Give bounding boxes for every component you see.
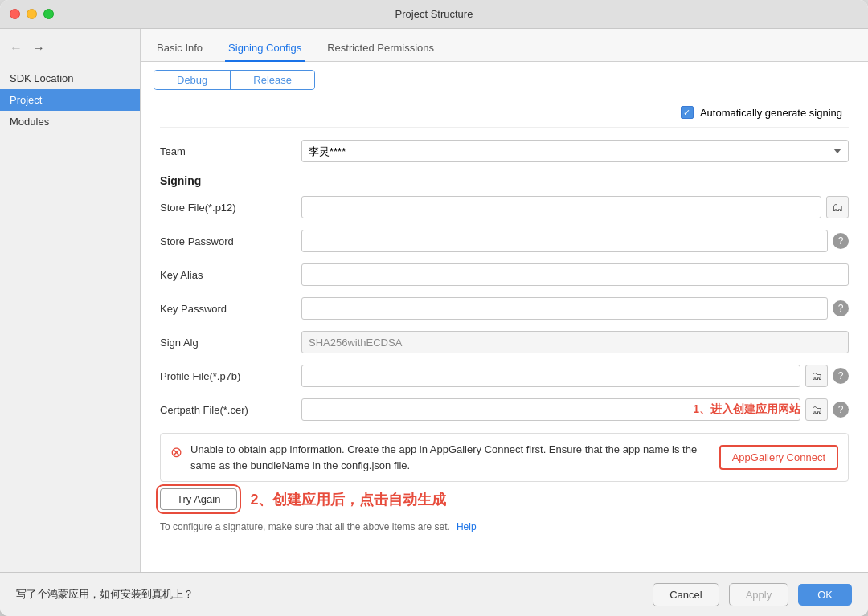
certpath-file-help-icon[interactable]: ? bbox=[833, 402, 849, 418]
content-panel: Basic Info Signing Configs Restricted Pe… bbox=[141, 29, 868, 572]
cancel-button[interactable]: Cancel bbox=[653, 583, 719, 606]
store-file-input[interactable] bbox=[301, 196, 821, 218]
tab-signing-configs[interactable]: Signing Configs bbox=[225, 37, 305, 62]
sidebar: ← → SDK Location Project Modules bbox=[0, 29, 141, 572]
close-button[interactable] bbox=[10, 9, 20, 19]
tab-restricted-permissions[interactable]: Restricted Permissions bbox=[324, 37, 437, 62]
key-alias-label: Key Alias bbox=[160, 269, 289, 281]
forward-arrow-icon[interactable]: → bbox=[29, 39, 48, 58]
error-icon: ⊗ bbox=[170, 443, 182, 461]
certpath-file-input[interactable] bbox=[301, 398, 800, 421]
key-alias-control bbox=[301, 263, 849, 286]
key-alias-row: Key Alias bbox=[160, 258, 849, 292]
store-file-control: 🗂 bbox=[301, 196, 849, 218]
profile-file-control: 🗂 ? bbox=[301, 365, 849, 387]
window-title: Project Structure bbox=[395, 8, 473, 20]
store-password-control: ? bbox=[301, 230, 849, 252]
help-link[interactable]: Help bbox=[457, 521, 477, 532]
store-password-row: Store Password ? bbox=[160, 224, 849, 258]
bottom-question: 写了个鸿蒙应用，如何安装到真机上？ bbox=[16, 587, 643, 602]
signing-section-header: Signing bbox=[160, 168, 849, 190]
profile-file-row: Profile File(*.p7b) 🗂 ? bbox=[160, 359, 849, 393]
sign-alg-control bbox=[301, 331, 849, 353]
sign-alg-label: Sign Alg bbox=[160, 337, 289, 349]
sidebar-item-project[interactable]: Project bbox=[0, 89, 140, 111]
ok-button[interactable]: OK bbox=[798, 584, 852, 606]
error-message: Unable to obtain app information. Create… bbox=[190, 442, 711, 473]
store-file-browse-button[interactable]: 🗂 bbox=[826, 196, 849, 218]
appgallery-connect-button[interactable]: AppGallery Connect bbox=[719, 445, 838, 470]
store-file-label: Store File(*.p12) bbox=[160, 202, 289, 214]
window-controls bbox=[10, 9, 54, 19]
back-arrow-icon[interactable]: ← bbox=[6, 39, 26, 58]
try-again-row: Try Again 2、创建应用后，点击自动生成 bbox=[160, 488, 849, 510]
tab-basic-info[interactable]: Basic Info bbox=[154, 37, 206, 62]
subtab-debug[interactable]: Debug bbox=[154, 71, 230, 89]
team-label: Team bbox=[160, 145, 289, 157]
apply-button[interactable]: Apply bbox=[729, 583, 789, 606]
store-file-row: Store File(*.p12) 🗂 bbox=[160, 190, 849, 224]
auto-generate-row: ✓ Automatically generate signing bbox=[160, 98, 849, 128]
minimize-button[interactable] bbox=[27, 9, 37, 19]
key-alias-input[interactable] bbox=[301, 263, 849, 286]
store-password-help-icon[interactable]: ? bbox=[833, 233, 849, 249]
team-row: Team 李灵**** bbox=[160, 134, 849, 168]
key-password-help-icon[interactable]: ? bbox=[833, 300, 849, 316]
subtab-group: Debug Release bbox=[154, 70, 315, 90]
project-structure-window: Project Structure ← → SDK Location Proje… bbox=[0, 0, 868, 616]
main-area: ← → SDK Location Project Modules Basic I… bbox=[0, 29, 868, 572]
team-select[interactable]: 李灵**** bbox=[301, 140, 849, 162]
key-password-input[interactable] bbox=[301, 297, 828, 320]
certpath-file-control: 🗂 ? bbox=[301, 398, 849, 421]
sign-alg-input bbox=[301, 331, 849, 353]
profile-file-input[interactable] bbox=[301, 365, 800, 387]
tabs-bar: Basic Info Signing Configs Restricted Pe… bbox=[141, 29, 868, 62]
error-area: ⊗ Unable to obtain app information. Crea… bbox=[160, 433, 849, 482]
certpath-file-row: Certpath File(*.cer) 🗂 ? 1、进入创建应用网站 bbox=[160, 393, 849, 426]
auto-generate-label: Automatically generate signing bbox=[700, 107, 842, 119]
bottom-bar: 写了个鸿蒙应用，如何安装到真机上？ Cancel Apply OK bbox=[0, 572, 868, 616]
profile-file-label: Profile File(*.p7b) bbox=[160, 370, 289, 382]
content-panel-inner: Basic Info Signing Configs Restricted Pe… bbox=[141, 29, 868, 572]
sidebar-item-sdk-location[interactable]: SDK Location bbox=[0, 67, 140, 89]
step2-annotation: 2、创建应用后，点击自动生成 bbox=[250, 490, 446, 509]
certpath-file-browse-button[interactable]: 🗂 bbox=[805, 398, 828, 421]
key-password-label: Key Password bbox=[160, 303, 289, 315]
store-password-input[interactable] bbox=[301, 230, 828, 252]
subtab-bar: Debug Release bbox=[141, 62, 868, 98]
try-again-button[interactable]: Try Again bbox=[160, 488, 237, 510]
team-control: 李灵**** bbox=[301, 140, 849, 162]
key-password-control: ? bbox=[301, 297, 849, 320]
subtab-release[interactable]: Release bbox=[230, 71, 314, 89]
profile-file-help-icon[interactable]: ? bbox=[833, 368, 849, 384]
auto-generate-checkbox[interactable]: ✓ bbox=[681, 106, 694, 119]
footer-info: To configure a signature, make sure that… bbox=[160, 516, 849, 537]
sidebar-item-modules[interactable]: Modules bbox=[0, 111, 140, 133]
maximize-button[interactable] bbox=[43, 9, 54, 19]
certpath-file-label: Certpath File(*.cer) bbox=[160, 404, 289, 416]
key-password-row: Key Password ? bbox=[160, 292, 849, 325]
footer-text: To configure a signature, make sure that… bbox=[160, 521, 450, 532]
form-area: ✓ Automatically generate signing Team 李灵… bbox=[141, 98, 868, 572]
titlebar: Project Structure bbox=[0, 0, 868, 29]
profile-file-browse-button[interactable]: 🗂 bbox=[805, 365, 828, 387]
sign-alg-row: Sign Alg bbox=[160, 325, 849, 359]
store-password-label: Store Password bbox=[160, 235, 289, 247]
sidebar-navigation: ← → bbox=[0, 35, 140, 61]
